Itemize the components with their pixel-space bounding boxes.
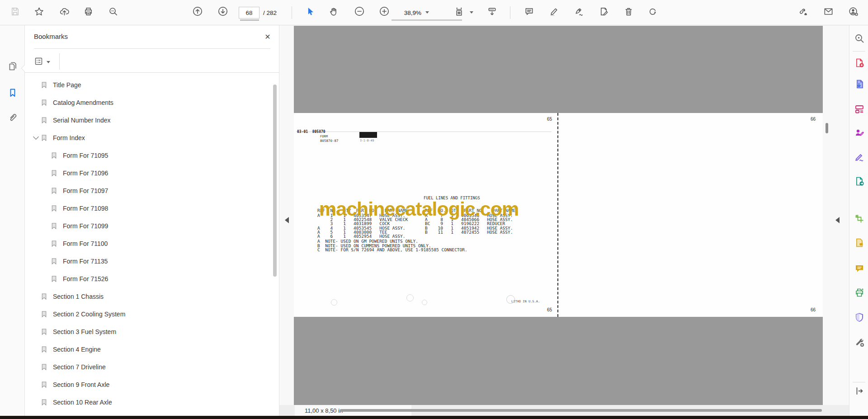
bookmarks-scrollbar[interactable] (273, 85, 277, 277)
fit-width-button[interactable] (451, 5, 467, 20)
edit-page-button[interactable] (596, 5, 611, 20)
star-icon (34, 6, 44, 19)
share-link-button[interactable] (796, 5, 811, 20)
zoom-dropdown-caret[interactable] (425, 11, 429, 14)
bookmark-item-catalog-amendments[interactable]: Catalog Amendments (25, 94, 279, 111)
bookmark-item-form-for-71099[interactable]: Form For 71099 (25, 217, 279, 235)
bookmark-label: Form For 71135 (63, 258, 108, 265)
bookmark-item-section-2-cooling-system[interactable]: Section 2 Cooling System (25, 305, 279, 323)
bookmark-item-serial-number-index[interactable]: Serial Number Index (25, 111, 279, 129)
bookmark-item-section-7-driveline[interactable]: Section 7 Driveline (25, 358, 279, 376)
options-list-icon (34, 56, 43, 68)
bookmark-item-form-for-71526[interactable]: Form For 71526 (25, 270, 279, 287)
bookmark-item-section-4-engine[interactable]: Section 4 Engine (25, 340, 279, 358)
hide-tools-pane-button[interactable] (854, 386, 865, 398)
more-tools-button[interactable] (854, 337, 865, 349)
page-thumbnails-button[interactable] (5, 59, 20, 75)
save-button[interactable] (7, 5, 23, 20)
bookmark-item-form-for-71095[interactable]: Form For 71095 (25, 146, 279, 164)
bookmark-ribbon-icon (40, 292, 48, 301)
bookmark-item-form-for-71135[interactable]: Form For 71135 (25, 252, 279, 270)
bookmark-item-section-9-front-axle[interactable]: Section 9 Front Axle (25, 376, 279, 393)
rotate-page-button[interactable] (645, 5, 660, 20)
acrobat-window: / 282 38,9% (0, 0, 868, 419)
bookmark-item-section-10-rear-axle[interactable]: Section 10 Rear Axle (25, 393, 279, 411)
protect-button[interactable] (854, 312, 865, 324)
previous-page-button[interactable] (190, 5, 205, 20)
collapse-left-pane-arrow[interactable] (285, 217, 289, 223)
rail-divider (853, 382, 865, 382)
form-label: FORM (320, 135, 328, 138)
bookmark-ribbon-icon (40, 345, 48, 354)
bookmark-ribbon-icon (40, 380, 48, 389)
collapse-right-pane-arrow[interactable] (835, 217, 840, 223)
bookmark-label: Section 2 Cooling System (53, 311, 125, 318)
email-button[interactable] (821, 5, 836, 20)
print-production-icon (854, 287, 865, 300)
zoom-level-value[interactable]: 38,9% (385, 0, 421, 25)
comments-button[interactable] (854, 264, 865, 275)
bookmark-item-section-3-fuel-system[interactable]: Section 3 Fuel System (25, 323, 279, 340)
bookmark-ribbon-icon (50, 257, 58, 266)
bookmark-item-form-for-71098[interactable]: Form For 71098 (25, 199, 279, 217)
send-for-review-button[interactable] (854, 176, 865, 188)
panel-divider (34, 48, 270, 49)
export-pdf-icon (854, 79, 865, 91)
toolbar-divider (292, 6, 292, 19)
document-vertical-scrollbar[interactable] (826, 123, 828, 133)
page-down-icon (217, 6, 228, 19)
bookmark-label: Serial Number Index (53, 117, 111, 124)
toolbar-divider (510, 6, 510, 19)
delete-page-button[interactable] (621, 5, 636, 20)
request-signatures-button[interactable] (854, 128, 865, 140)
bookmark-item-title-page[interactable]: Title Page (25, 76, 279, 94)
attachments-button[interactable] (5, 111, 20, 126)
form-code: 805870-87 (320, 139, 339, 143)
hand-tool-button[interactable] (326, 5, 341, 20)
next-page-button[interactable] (215, 5, 231, 20)
bookmark-item-section-1-chassis[interactable]: Section 1 Chassis (25, 287, 279, 305)
crop-pages-button[interactable] (854, 214, 865, 226)
bookmark-item-form-for-71097[interactable]: Form For 71097 (25, 182, 279, 199)
request-signatures-icon (854, 127, 865, 140)
signature-pen-icon (574, 6, 584, 19)
fill-and-sign-button[interactable] (854, 152, 865, 164)
zoom-out-button[interactable] (352, 5, 367, 20)
bookmarks-list: Title Page Catalog Amendments Serial Num… (25, 76, 279, 411)
print-production-button[interactable] (854, 287, 865, 299)
close-panel-button[interactable]: ✕ (262, 31, 274, 42)
scroll-mode-icon (487, 6, 497, 19)
fit-dropdown-caret[interactable] (470, 11, 473, 14)
fill-and-sign-icon (854, 151, 865, 164)
page-number-input[interactable] (239, 7, 259, 19)
search-document-button[interactable] (854, 33, 865, 45)
zoom-out-icon (354, 6, 365, 19)
share-upload-button[interactable] (57, 5, 72, 20)
bookmark-item-form-index[interactable]: Form Index (25, 129, 279, 146)
doc-code-line: 03-01 805870 (297, 130, 326, 134)
select-tool-button[interactable] (302, 5, 317, 20)
bookmark-item-form-for-71096[interactable]: Form For 71096 (25, 164, 279, 182)
bookmarks-panel-button[interactable] (5, 86, 20, 101)
bookmark-label: Form For 71099 (63, 222, 108, 230)
scroll-mode-button[interactable] (484, 5, 500, 20)
star-favorite-button[interactable] (31, 5, 47, 20)
document-viewport[interactable]: 65 66 03-01 805870 FORM 805870-87 3-1-0-… (294, 25, 823, 405)
search-button[interactable] (105, 5, 121, 20)
page-spread: 65 66 03-01 805870 FORM 805870-87 3-1-0-… (294, 113, 823, 317)
print-button[interactable] (80, 5, 96, 20)
export-pdf-button[interactable] (854, 79, 865, 91)
bookmark-item-form-for-71100[interactable]: Form For 71100 (25, 235, 279, 252)
organize-pages-button[interactable] (854, 104, 865, 116)
comment-button[interactable] (521, 5, 537, 20)
add-people-button[interactable] (845, 5, 861, 20)
bookmark-options-button[interactable] (34, 55, 55, 69)
create-pdf-button[interactable] (854, 58, 865, 70)
page-comment-button[interactable] (854, 238, 865, 250)
collapse-chevron-icon[interactable] (31, 133, 40, 142)
sign-button[interactable] (571, 5, 586, 20)
wrench-plus-icon (854, 337, 865, 349)
bookmark-label: Form Index (53, 134, 85, 141)
horizontal-scrollbar[interactable] (340, 409, 822, 412)
highlight-button[interactable] (546, 5, 561, 20)
